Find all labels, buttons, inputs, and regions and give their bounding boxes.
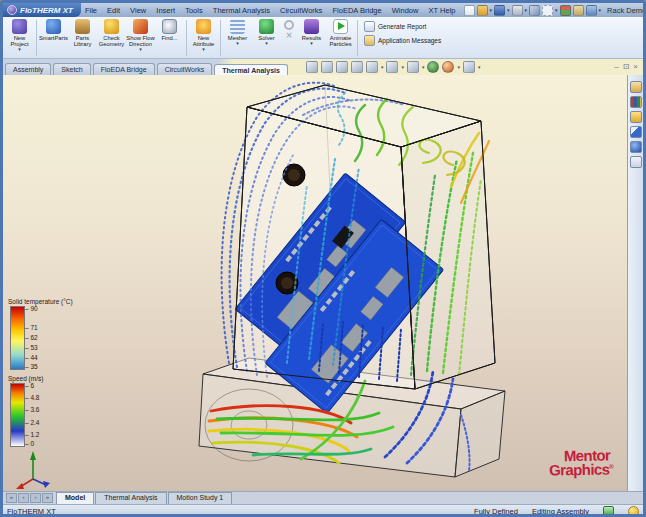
- status-bar: FloTHERM XT Fully Defined Editing Assemb…: [3, 504, 643, 517]
- options-icon[interactable]: [573, 5, 584, 16]
- appearances-icon[interactable]: [427, 61, 439, 73]
- tab-scroll-last-icon[interactable]: »: [42, 493, 53, 503]
- tab-motion-study[interactable]: Motion Study 1: [168, 492, 233, 504]
- tab-scroll-prev-icon[interactable]: ‹: [18, 493, 29, 503]
- ribbon-separator: [186, 20, 187, 56]
- parts-library-button[interactable]: Parts Library: [68, 18, 97, 58]
- new-project-caret-icon: ▾: [18, 47, 21, 52]
- menu-insert[interactable]: Insert: [152, 6, 179, 15]
- main-area: Solid temperature (°C) 90 71 62 53 44 35…: [3, 75, 643, 491]
- menu-view[interactable]: View: [126, 6, 150, 15]
- rebuild-icon[interactable]: [560, 5, 571, 16]
- check-geometry-button[interactable]: Check Geometry: [97, 18, 126, 58]
- mesher-button[interactable]: Mesher ▾: [223, 18, 252, 58]
- tab-scroll-buttons: « ‹ › »: [3, 492, 56, 504]
- doc-restore-button[interactable]: ⊡: [623, 62, 630, 71]
- results-icon: [304, 19, 319, 34]
- temperature-tick: 44: [25, 355, 38, 361]
- graphics-viewport[interactable]: Solid temperature (°C) 90 71 62 53 44 35…: [3, 75, 627, 491]
- help-icon[interactable]: [628, 506, 639, 517]
- file-explorer-icon[interactable]: [630, 111, 642, 123]
- display-style-icon[interactable]: [386, 61, 398, 73]
- settings-caret-icon[interactable]: ▾: [599, 7, 602, 13]
- doc-minimize-button[interactable]: –: [614, 62, 618, 71]
- heads-up-view-toolbar: ▾ ▾ ▾ ▾ ▾: [306, 61, 481, 73]
- tab-sketch[interactable]: Sketch: [53, 63, 90, 75]
- tab-scroll-next-icon[interactable]: ›: [30, 493, 41, 503]
- animate-particles-button[interactable]: Animate Particles: [326, 18, 355, 58]
- document-title: Rack Demo 28 Feb 2012...: [607, 6, 646, 15]
- menu-xt-help[interactable]: XT Help: [425, 6, 460, 15]
- new-document-icon[interactable]: [464, 5, 475, 16]
- menu-tools[interactable]: Tools: [181, 6, 207, 15]
- print-caret-icon[interactable]: ▾: [525, 7, 528, 13]
- speed-tick: 4.8: [25, 395, 39, 401]
- speed-tick: 1.2: [25, 432, 39, 438]
- new-attribute-icon: [196, 19, 211, 34]
- speed-tick: 0: [25, 441, 34, 447]
- appearances-panel-icon[interactable]: [630, 141, 642, 153]
- print-icon[interactable]: [512, 5, 523, 16]
- menu-thermal-analysis[interactable]: Thermal Analysis: [209, 6, 274, 15]
- ribbon-right-group: Generate Report Application Messages: [360, 18, 445, 58]
- solver-button[interactable]: Solver ▾: [252, 18, 281, 58]
- open-caret-icon[interactable]: ▾: [490, 7, 493, 13]
- solver-icon: [259, 19, 274, 34]
- zoom-in-out-icon[interactable]: [336, 61, 348, 73]
- design-library-icon[interactable]: [630, 96, 642, 108]
- speed-tick: 2.4: [25, 420, 39, 426]
- menu-floeda-bridge[interactable]: FloEDA Bridge: [328, 6, 385, 15]
- selection-caret-icon[interactable]: ▾: [555, 7, 558, 13]
- tab-floeda-bridge[interactable]: FloEDA Bridge: [93, 63, 155, 75]
- temperature-tick: 35: [25, 364, 38, 370]
- tab-assembly[interactable]: Assembly: [5, 63, 51, 75]
- status-mode: Editing Assembly: [532, 507, 589, 516]
- view-orientation-icon[interactable]: [366, 61, 378, 73]
- results-button[interactable]: Results ▾: [297, 18, 326, 58]
- doc-close-button[interactable]: ×: [633, 62, 638, 71]
- smartparts-button[interactable]: SmartParts: [39, 18, 68, 58]
- app-title: FloTHERM XT: [20, 6, 73, 15]
- hide-show-items-icon[interactable]: [407, 61, 419, 73]
- tab-model[interactable]: Model: [56, 492, 94, 504]
- resources-icon[interactable]: [630, 81, 642, 93]
- solver-stop-icon[interactable]: [284, 20, 294, 30]
- custom-properties-icon[interactable]: [630, 156, 642, 168]
- save-caret-icon[interactable]: ▾: [507, 7, 510, 13]
- menu-file[interactable]: File: [81, 6, 101, 15]
- view-palette-icon[interactable]: [630, 126, 642, 138]
- save-icon[interactable]: [494, 5, 505, 16]
- legend-speed: Speed (m/s) 6 4.8 3.6 2.4 1.2 0: [8, 375, 43, 445]
- tab-scroll-first-icon[interactable]: «: [6, 493, 17, 503]
- solver-stop-group: ✕: [281, 18, 297, 58]
- viewport-3d-scene[interactable]: [3, 75, 627, 491]
- menu-circuitworks[interactable]: CircuitWorks: [276, 6, 326, 15]
- open-icon[interactable]: [477, 5, 488, 16]
- menu-window[interactable]: Window: [388, 6, 423, 15]
- menu-edit[interactable]: Edit: [103, 6, 124, 15]
- new-project-button[interactable]: New Project ▾: [5, 18, 34, 58]
- tab-thermal-analysis-bottom[interactable]: Thermal Analysis: [95, 492, 166, 504]
- mentor-graphics-logo: Mentor Graphics®: [549, 450, 613, 475]
- speed-tick: 6: [25, 383, 34, 389]
- zoom-fit-icon[interactable]: [306, 61, 318, 73]
- show-flow-direction-button[interactable]: Show Flow Direction ▾: [126, 18, 155, 58]
- application-messages-button[interactable]: Application Messages: [364, 35, 441, 46]
- ribbon-separator: [36, 20, 37, 56]
- status-sheet-icon: [603, 506, 614, 517]
- appearance-settings-icon[interactable]: [586, 5, 597, 16]
- scene-icon[interactable]: [463, 61, 475, 73]
- previous-view-icon[interactable]: [351, 61, 363, 73]
- ribbon-separator: [220, 20, 221, 56]
- find-button[interactable]: Find...: [155, 18, 184, 58]
- generate-report-button[interactable]: Generate Report: [364, 21, 441, 32]
- edit-appearance-icon[interactable]: [442, 61, 454, 73]
- new-attribute-button[interactable]: New Attribute ▾: [189, 18, 218, 58]
- solver-cancel-icon[interactable]: ✕: [286, 33, 293, 39]
- flow-direction-caret-icon: ▾: [139, 47, 142, 52]
- selection-filter-icon[interactable]: [542, 5, 553, 16]
- flow-direction-icon: [133, 19, 148, 34]
- zoom-area-icon[interactable]: [321, 61, 333, 73]
- undo-icon[interactable]: [529, 5, 540, 16]
- tab-circuitworks[interactable]: CircuitWorks: [157, 63, 213, 75]
